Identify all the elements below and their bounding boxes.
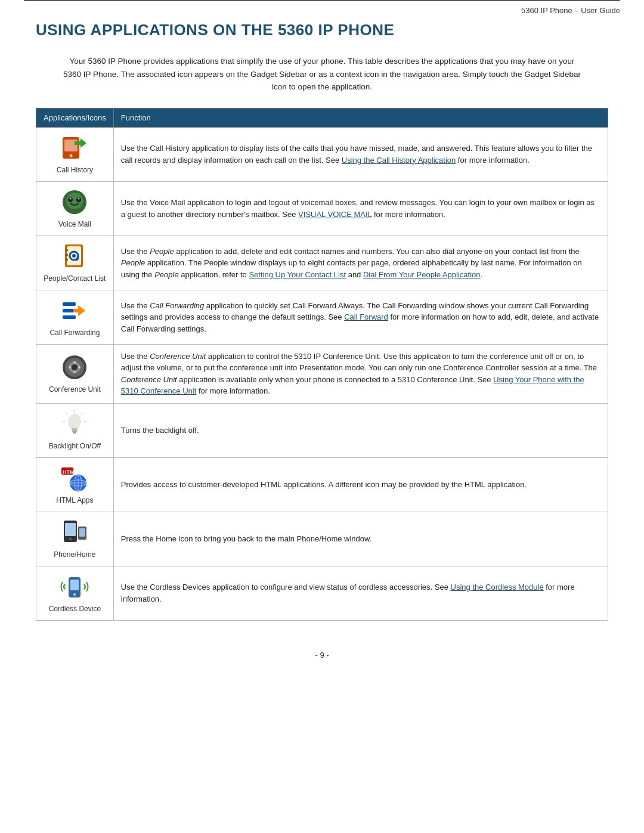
conference-label: Conference Unit	[49, 384, 101, 395]
phone-home-icon	[60, 518, 89, 547]
svg-rect-32	[72, 428, 78, 431]
svg-rect-22	[73, 309, 78, 312]
icon-cell-html-apps: HTML HTML Apps	[36, 457, 114, 512]
func-cell-conference: Use the Conference Unit application to c…	[113, 344, 608, 403]
apps-table: Applications/Icons Function	[36, 108, 608, 621]
people-icon-wrapper: People/Contact List	[44, 242, 106, 284]
call-history-link[interactable]: Using the Call History Application	[342, 156, 456, 165]
func-cell-people: Use the People application to add, delet…	[113, 236, 608, 290]
phone-home-icon-wrapper: Phone/Home	[44, 518, 106, 560]
table-row: People/Contact List Use the People appli…	[36, 236, 608, 290]
table-row: Cordless Device Use the Cordless Devices…	[36, 566, 608, 620]
header-bar: 5360 IP Phone – User Guide	[24, 0, 620, 15]
html-apps-label: HTML Apps	[56, 495, 93, 506]
call-history-icon	[60, 134, 89, 162]
icon-cell-phone-home: Phone/Home	[36, 512, 114, 566]
call-history-label: Call History	[57, 165, 93, 175]
svg-point-31	[68, 414, 81, 429]
call-forwarding-icon	[60, 296, 89, 325]
svg-point-28	[78, 366, 80, 368]
svg-point-2	[70, 154, 73, 157]
contact-list-link[interactable]: Setting Up Your Contact List	[249, 270, 346, 279]
icon-cell-voice-mail: Voice Mail	[36, 181, 114, 236]
svg-point-10	[78, 197, 80, 199]
svg-line-36	[82, 413, 83, 414]
call-forwarding-icon-wrapper: Call Forwarding	[44, 296, 106, 338]
func-cell-voice-mail: Use the Voice Mail application to login …	[113, 181, 608, 236]
func-cell-call-forwarding: Use the Call Forwarding application to q…	[113, 290, 608, 344]
call-forwarding-label: Call Forwarding	[49, 327, 100, 338]
svg-marker-21	[78, 305, 85, 316]
table-row: HTML HTML Apps Provide	[36, 457, 608, 512]
svg-rect-51	[79, 528, 85, 537]
svg-rect-4	[75, 141, 80, 145]
conference-unit-link[interactable]: Using Your Phone with the 5310 Conferenc…	[121, 375, 584, 396]
voice-mail-icon-wrapper: Voice Mail	[44, 188, 106, 230]
cordless-label: Cordless Device	[49, 603, 101, 614]
svg-point-49	[69, 538, 72, 540]
icon-cell-call-history: Call History	[36, 127, 114, 181]
svg-point-29	[73, 361, 76, 364]
page-title: USING APPLICATIONS ON THE 5360 IP PHONE	[36, 21, 608, 43]
svg-rect-48	[65, 523, 76, 536]
table-row: Call History Use the Call History applic…	[36, 127, 608, 181]
main-content: USING APPLICATIONS ON THE 5360 IP PHONE …	[0, 21, 644, 671]
svg-text:HTML: HTML	[63, 469, 78, 475]
cordless-module-link[interactable]: Using the Cordless Module	[451, 583, 544, 592]
phone-home-label: Phone/Home	[54, 549, 95, 560]
voice-mail-label: Voice Mail	[58, 219, 91, 230]
func-cell-backlight: Turns the backlight off.	[113, 403, 608, 457]
icon-cell-call-forwarding: Call Forwarding	[36, 290, 114, 344]
svg-point-26	[72, 364, 78, 370]
page-number: - 9 -	[36, 639, 608, 671]
html-apps-icon: HTML	[60, 464, 89, 493]
call-forward-link[interactable]: Call Forward	[344, 312, 388, 321]
svg-point-30	[73, 371, 76, 373]
conference-icon-wrapper: Conference Unit	[44, 353, 106, 395]
svg-rect-15	[65, 249, 68, 251]
func-cell-phone-home: Press the Home icon to bring you back to…	[113, 512, 608, 566]
svg-line-38	[66, 413, 67, 414]
col2-header: Function	[113, 108, 608, 127]
func-cell-cordless: Use the Cordless Devices application to …	[113, 566, 608, 620]
svg-rect-20	[63, 315, 76, 319]
svg-point-54	[73, 593, 76, 596]
call-history-icon-wrapper: Call History	[44, 134, 106, 175]
intro-text: Your 5360 IP Phone provides applications…	[36, 55, 608, 94]
header-title: 5360 IP Phone – User Guide	[521, 6, 620, 15]
conference-unit-icon	[60, 353, 89, 382]
icon-cell-people: People/Contact List	[36, 236, 114, 290]
people-icon	[60, 242, 89, 271]
table-row: Voice Mail Use the Voice Mail applicatio…	[36, 181, 608, 236]
svg-point-9	[70, 197, 72, 199]
icon-cell-cordless: Cordless Device	[36, 566, 114, 620]
table-row: Call Forwarding Use the Call Forwarding …	[36, 290, 608, 344]
svg-marker-3	[80, 138, 86, 148]
voice-mail-icon	[60, 188, 89, 216]
icon-cell-conference: Conference Unit	[36, 344, 114, 403]
svg-rect-33	[72, 431, 77, 432]
cordless-icon-wrapper: Cordless Device	[44, 572, 106, 614]
backlight-icon-wrapper: Backlight On/Off	[44, 410, 106, 451]
dial-people-link[interactable]: Dial From Your People Application	[363, 270, 481, 279]
table-row: Phone/Home Press the Home icon to bring …	[36, 512, 608, 566]
backlight-label: Backlight On/Off	[49, 441, 101, 451]
func-cell-html-apps: Provides access to customer-developed HT…	[113, 457, 608, 512]
table-row: Conference Unit Use the Conference Unit …	[36, 344, 608, 403]
func-cell-call-history: Use the Call History application to disp…	[113, 127, 608, 181]
icon-cell-backlight: Backlight On/Off	[36, 403, 114, 457]
visual-voice-mail-link[interactable]: VISUAL VOICE MAIL	[298, 210, 371, 219]
svg-point-27	[69, 366, 71, 368]
svg-rect-16	[65, 254, 68, 256]
table-row: Backlight On/Off Turns the backlight off…	[36, 403, 608, 457]
cordless-device-icon	[60, 572, 89, 601]
svg-point-14	[72, 254, 76, 258]
svg-rect-18	[63, 302, 76, 306]
html-apps-icon-wrapper: HTML HTML Apps	[44, 464, 106, 506]
svg-rect-17	[65, 259, 68, 261]
col1-header: Applications/Icons	[36, 108, 114, 127]
svg-rect-34	[73, 432, 76, 433]
people-label: People/Contact List	[44, 273, 106, 284]
page-container: 5360 IP Phone – User Guide USING APPLICA…	[0, 0, 644, 833]
svg-rect-53	[70, 580, 79, 590]
